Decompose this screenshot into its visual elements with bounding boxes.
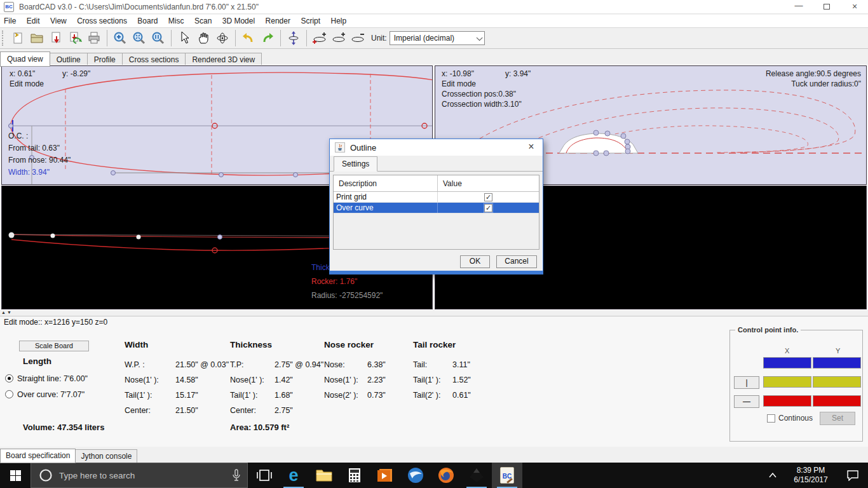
- menu-edit[interactable]: Edit: [23, 15, 44, 27]
- tuck-radius: Tuck under radius:0": [791, 79, 861, 88]
- chevron-up-icon: [769, 473, 776, 478]
- column-description: Description: [334, 175, 438, 191]
- task-view-button[interactable]: [250, 463, 278, 488]
- menu-render[interactable]: Render: [262, 15, 294, 27]
- horizontal-tangent-button[interactable]: —: [734, 395, 759, 408]
- minimize-button[interactable]: —: [785, 0, 812, 14]
- menu-script[interactable]: Script: [297, 15, 324, 27]
- dialog-title-bar[interactable]: Outline ×: [330, 139, 543, 156]
- menu-view[interactable]: View: [46, 15, 71, 27]
- menu-cross-sections[interactable]: Cross sections: [73, 15, 131, 27]
- taskbar-search[interactable]: Type here to search: [31, 463, 248, 488]
- normal-y-field[interactable]: [813, 395, 861, 407]
- zoom-fit-button[interactable]: [130, 29, 148, 47]
- task-view-icon: [257, 468, 272, 482]
- undo-button[interactable]: [240, 29, 257, 47]
- outline-dialog: Outline × Settings Description Value Pri…: [329, 139, 543, 274]
- over-curve-checkbox[interactable]: ✓: [484, 204, 492, 212]
- set-button[interactable]: Set: [820, 412, 855, 425]
- taskbar-calculator[interactable]: [339, 463, 370, 488]
- rotate-tool-button[interactable]: [214, 29, 231, 47]
- taskbar-inkscape[interactable]: [461, 463, 492, 488]
- action-center-button[interactable]: [840, 463, 865, 488]
- microphone-icon[interactable]: [232, 469, 241, 482]
- table-row-print-grid[interactable]: Print grid ✓: [334, 192, 539, 203]
- cross-coord-y: y: 3.94": [505, 69, 531, 78]
- cross-coord-x: x: -10.98": [442, 69, 474, 78]
- clock-time: 8:39 PM: [785, 466, 836, 475]
- maximize-button[interactable]: [813, 0, 840, 14]
- start-button[interactable]: [0, 463, 31, 488]
- print-grid-checkbox[interactable]: ✓: [484, 193, 492, 201]
- vertical-tangent-button[interactable]: |: [734, 376, 759, 389]
- show-hidden-icons-button[interactable]: [764, 463, 782, 488]
- zoom-reset-button[interactable]: [149, 29, 167, 47]
- point-x-field[interactable]: [763, 376, 811, 388]
- menu-scan[interactable]: Scan: [191, 15, 215, 27]
- add-crosssection-button[interactable]: [311, 29, 329, 47]
- insert-crosssection-button[interactable]: [330, 29, 348, 47]
- column-value: Value: [438, 175, 462, 191]
- menu-3d-model[interactable]: 3D Model: [219, 15, 259, 27]
- normal-x-field[interactable]: [763, 395, 811, 407]
- taskbar-firefox[interactable]: [431, 463, 461, 488]
- point-y-field[interactable]: [813, 376, 861, 388]
- taskbar-clock[interactable]: 8:39 PM 6/15/2017: [785, 466, 836, 485]
- new-board-button[interactable]: [9, 29, 27, 47]
- clock-date: 6/15/2017: [785, 475, 836, 485]
- toolbar: Unit: Imperial (decimal): [0, 27, 868, 49]
- taskbar-boardcad[interactable]: BC: [492, 463, 522, 488]
- dialog-tab-settings[interactable]: Settings: [334, 156, 377, 172]
- dialog-settings-table: Description Value Print grid ✓ Over curv…: [333, 175, 539, 250]
- delete-crosssection-button[interactable]: [349, 29, 367, 47]
- menu-board[interactable]: Board: [133, 15, 161, 27]
- zoom-in-button[interactable]: [111, 29, 129, 47]
- control-point-info-group: Control point info. X Y | — Continous Se…: [729, 330, 863, 442]
- length-straight-option[interactable]: Straight line: 7'6.00": [5, 370, 88, 386]
- taskbar-thunderbird[interactable]: [400, 463, 431, 488]
- export-board-button[interactable]: [66, 29, 84, 47]
- release-angle: Release angle:90.5 degrees: [766, 69, 861, 78]
- select-tool-button[interactable]: [175, 29, 193, 47]
- spec-value: 15.17": [175, 391, 198, 400]
- menu-file[interactable]: File: [0, 15, 20, 27]
- unit-label: Unit:: [371, 34, 387, 43]
- tail-rocker-heading: Tail rocker: [413, 340, 456, 349]
- menu-help[interactable]: Help: [327, 15, 351, 27]
- length-over-curve-option[interactable]: Over curve: 7'7.07": [5, 386, 88, 402]
- tangent-x-field[interactable]: [763, 357, 811, 369]
- import-board-button[interactable]: [47, 29, 65, 47]
- tab-jython-console[interactable]: Jython console: [75, 449, 137, 463]
- spec-label: Center:: [125, 406, 175, 415]
- taskbar-edge[interactable]: e: [278, 463, 309, 488]
- close-button[interactable]: ×: [841, 0, 868, 14]
- open-board-button[interactable]: [28, 29, 46, 47]
- tangent-y-field[interactable]: [813, 357, 861, 369]
- tab-board-specification[interactable]: Board specification: [0, 449, 76, 463]
- print-button[interactable]: [85, 29, 103, 47]
- spec-value: 2.23": [367, 376, 386, 384]
- spec-label: W.P. :: [125, 360, 175, 369]
- continuous-label: Continous: [778, 414, 813, 423]
- pan-tool-button[interactable]: [194, 29, 212, 47]
- toolbar-grip[interactable]: [2, 30, 6, 46]
- profile-radius: Radius: -275254592": [311, 291, 383, 300]
- unit-dropdown[interactable]: Imperial (decimal): [390, 31, 485, 45]
- radio-selected-icon: [5, 374, 13, 383]
- control-point-title: Control point info.: [735, 326, 801, 334]
- dialog-close-button[interactable]: ×: [525, 141, 538, 152]
- flip-tool-button[interactable]: [285, 29, 302, 47]
- menu-misc[interactable]: Misc: [165, 15, 188, 27]
- java-icon: [335, 142, 345, 152]
- row-label: Print grid: [334, 192, 438, 202]
- tab-quad-view[interactable]: Quad view: [0, 51, 50, 67]
- continuous-checkbox[interactable]: [767, 414, 775, 423]
- taskbar-file-explorer[interactable]: [309, 463, 339, 488]
- cancel-button[interactable]: Cancel: [496, 255, 537, 268]
- redo-button[interactable]: [259, 29, 276, 47]
- taskbar-movies-tv[interactable]: [370, 463, 400, 488]
- board-specification-panel: Scale Board Length Straight line: 7'6.00…: [0, 327, 868, 447]
- table-row-over-curve[interactable]: Over curve ✓: [334, 203, 539, 214]
- scale-board-button[interactable]: Scale Board: [19, 341, 89, 351]
- ok-button[interactable]: OK: [460, 255, 490, 268]
